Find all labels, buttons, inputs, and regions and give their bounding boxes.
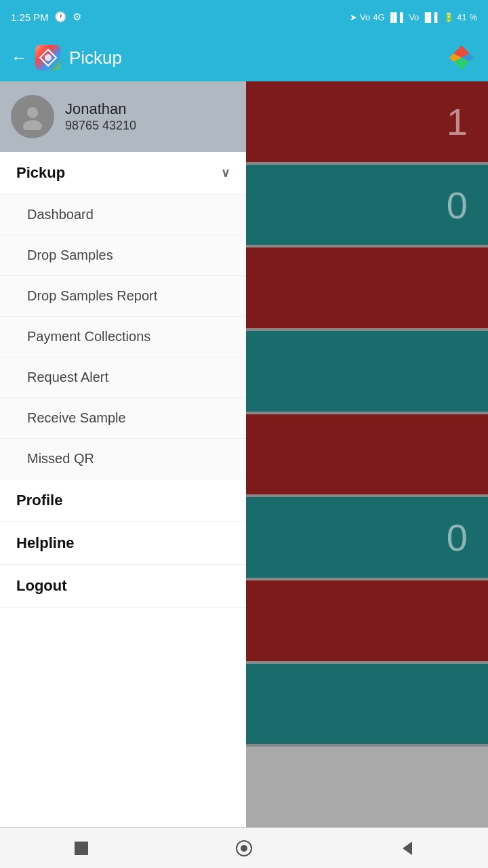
battery-level: 41 [457,12,466,22]
nav-pickup-label: Pickup [16,164,65,182]
bottom-square-button[interactable] [64,831,98,865]
network-icon2: Vo [409,12,419,22]
nav-item-drop-samples[interactable]: Drop Samples [0,235,246,276]
settings-icon: ⚙ [73,11,81,23]
block-8 [246,664,488,747]
network-4g-icon: 4G [373,12,384,22]
nav-payment-collections-label: Payment Collections [27,329,150,344]
nav-request-alert-label: Request Alert [27,370,108,385]
block-1: 1 [246,81,488,165]
chevron-down-icon: ∨ [221,165,230,180]
app-logo-icon [35,45,61,71]
nav-receive-sample-label: Receive Sample [27,410,126,426]
svg-point-11 [241,845,247,852]
nav-logout-label: Logout [16,577,67,595]
block-5 [246,414,488,498]
nav-item-request-alert[interactable]: Request Alert [0,357,246,398]
time-label: 1:25 PM [11,12,49,23]
user-phone: 98765 43210 [65,119,136,133]
battery-percent: % [469,12,477,22]
block-6-number: 0 [447,515,468,559]
svg-point-7 [27,107,38,118]
nav-item-pickup[interactable]: Pickup ∨ [0,152,246,195]
nav-item-profile[interactable]: Profile [0,479,246,522]
svg-point-8 [23,120,42,130]
user-name: Jonathan [65,100,136,118]
top-app-bar: ← Pickup [0,34,488,81]
back-button[interactable]: ← [11,48,27,67]
sidebar: Jonathan 98765 43210 Pickup ∨ Dashboard … [0,81,246,827]
status-bar: 1:25 PM 🕐 ⚙ ➤ Vo 4G ▐▌▌ Vo ▐▌▌ 🔋 41 % [0,0,488,34]
status-right: ➤ Vo 4G ▐▌▌ Vo ▐▌▌ 🔋 41 % [350,12,477,22]
battery-icon: 🔋 [443,12,454,22]
nav-helpline-label: Helpline [16,534,75,552]
avatar [11,95,54,138]
status-left: 1:25 PM 🕐 ⚙ [11,11,81,23]
signal-bars2: ▐▌▌ [422,12,441,22]
nav-item-helpline[interactable]: Helpline [0,522,246,565]
app-title: Pickup [69,47,122,68]
nav-dashboard-label: Dashboard [27,207,94,222]
alarm-icon: 🕐 [54,11,67,23]
svg-rect-9 [75,842,88,855]
location-icon: ➤ [350,12,357,22]
nav-item-payment-collections[interactable]: Payment Collections [0,317,246,357]
block-2: 0 [246,165,488,248]
network-icon1: Vo [360,12,370,22]
right-panel: 1 0 0 [246,81,488,827]
svg-point-1 [45,54,52,61]
block-6: 0 [246,497,488,580]
user-info: Jonathan 98765 43210 [65,100,136,132]
block-7 [246,580,488,664]
main-content: Jonathan 98765 43210 Pickup ∨ Dashboard … [0,81,488,827]
svg-marker-12 [403,842,412,855]
nav-profile-label: Profile [16,492,62,509]
top-bar-right-icon[interactable] [446,42,477,73]
signal-bars: ▐▌▌ [388,12,407,22]
top-bar-left: ← Pickup [11,45,122,71]
nav-item-dashboard[interactable]: Dashboard [0,195,246,235]
nav-item-missed-qr[interactable]: Missed QR [0,439,246,479]
user-profile-section: Jonathan 98765 43210 [0,81,246,152]
nav-item-receive-sample[interactable]: Receive Sample [0,398,246,439]
block-9 [246,747,488,827]
bottom-nav-bar [0,827,488,868]
block-4 [246,331,488,414]
nav-drop-samples-report-label: Drop Samples Report [27,288,157,304]
nav-item-drop-samples-report[interactable]: Drop Samples Report [0,276,246,317]
block-3 [246,248,488,331]
nav-missed-qr-label: Missed QR [27,451,94,467]
block-2-number: 0 [447,183,468,227]
nav-drop-samples-label: Drop Samples [27,248,113,263]
nav-item-logout[interactable]: Logout [0,565,246,608]
block-1-number: 1 [447,100,468,144]
bottom-home-button[interactable] [227,831,261,865]
bottom-back-button[interactable] [390,831,424,865]
